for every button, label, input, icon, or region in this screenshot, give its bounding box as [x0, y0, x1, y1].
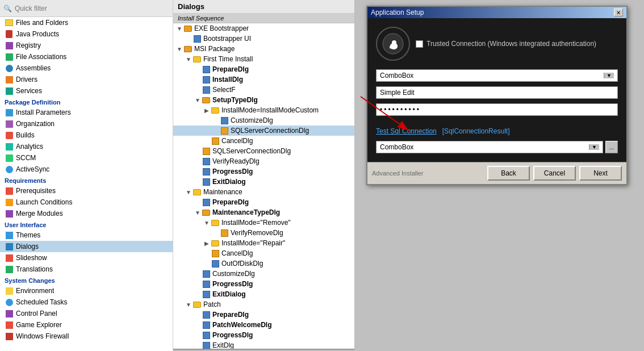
tree-node[interactable]: ▼Maintenance [173, 187, 354, 197]
dialog-icon [202, 167, 211, 176]
tree-node[interactable]: ▼MaintenanceTypeDlg [173, 207, 354, 218]
tree-node[interactable]: SQLServerConnectionDlg [173, 146, 354, 156]
sidebar-item-analytics[interactable]: Analytics [0, 141, 173, 152]
ellipsis-button[interactable]: ... [605, 141, 618, 153]
sidebar-item-sccm[interactable]: SCCM [0, 152, 173, 164]
sidebar-label: Control Panel [16, 310, 57, 317]
tree-expander[interactable]: ▼ [194, 97, 202, 103]
combobox2[interactable]: ComboBox ▼ [376, 141, 603, 153]
tree-node[interactable]: ▼Patch [173, 299, 354, 310]
sidebar-item-scheduled[interactable]: Scheduled Tasks [0, 296, 173, 308]
sidebar-item-themes[interactable]: Themes [0, 229, 173, 241]
sidebar-item-control[interactable]: Control Panel [0, 308, 173, 319]
tree-node[interactable]: ▶InstallMode=InstallModeCustom [173, 105, 354, 115]
sidebar-item-java[interactable]: Java Products [0, 28, 173, 40]
test-sql-connection-link[interactable]: Test Sql Connection [376, 127, 437, 135]
tree-node-label: MaintenanceTypeDlg [212, 208, 280, 216]
sidebar-item-slideshow[interactable]: Slideshow [0, 252, 173, 264]
sidebar-item-game[interactable]: Game Explorer [0, 319, 173, 331]
tree-node[interactable]: ExitDialog [173, 289, 354, 299]
sidebar-item-drivers[interactable]: Drivers [0, 74, 173, 85]
tree-node[interactable]: CancelDlg [173, 248, 354, 258]
tree-expander[interactable]: ▼ [175, 46, 183, 52]
tree-node[interactable]: ProgressDlg [173, 166, 354, 177]
sidebar-item-files[interactable]: Files and Folders [0, 17, 173, 28]
tree-expander[interactable]: ▼ [175, 26, 183, 32]
tree-node[interactable]: VerifyReadyDlg [173, 156, 354, 166]
tree-node[interactable]: CancelDlg [173, 136, 354, 146]
tree-node[interactable]: PatchWelcomeDlg [173, 320, 354, 330]
tree-node[interactable]: VerifyRemoveDlg [173, 228, 354, 238]
dialog-body: Trusted Connection (Windows integrated a… [367, 18, 626, 162]
tree-node[interactable]: ▼First Time Install [173, 54, 354, 64]
tree-node[interactable]: ProgressDlg [173, 279, 354, 289]
tree-node-label: Bootstrapper UI [203, 35, 251, 43]
tree-expander[interactable]: ▼ [185, 189, 193, 195]
analytics-icon [5, 142, 14, 151]
tree-node[interactable]: ▼SetupTypeDlg [173, 95, 354, 105]
tree-expander[interactable]: ▼ [185, 56, 193, 62]
sidebar-item-fileassoc[interactable]: File Associations [0, 51, 173, 62]
sidebar-item-services[interactable]: Services [0, 85, 173, 97]
next-button[interactable]: Next [579, 166, 622, 181]
tree-node[interactable]: PrepareDlg [173, 197, 354, 207]
tree-node[interactable]: OutOfDiskDlg [173, 258, 354, 269]
tree-node[interactable]: ▼MSI Package [173, 44, 354, 54]
sidebar-item-launch[interactable]: Launch Conditions [0, 197, 173, 208]
tree-node[interactable]: CustomizeDlg [173, 115, 354, 126]
dialog-logo-area: Trusted Connection (Windows integrated a… [376, 27, 618, 61]
tree-expander[interactable]: ▼ [185, 302, 193, 308]
cancel-button[interactable]: Cancel [533, 166, 576, 181]
scheduled-icon [5, 298, 14, 307]
quick-filter-input[interactable] [15, 5, 169, 12]
tree-node[interactable]: ▶InstallMode="Repair" [173, 238, 354, 248]
dialog-close-button[interactable]: ✕ [614, 9, 623, 16]
tree-node[interactable]: ▼InstallMode="Remove" [173, 218, 354, 228]
tree-node-label: CancelDlg [221, 137, 253, 145]
tree-expander[interactable]: ▼ [203, 220, 211, 226]
tree-node[interactable]: ExitDlg [173, 340, 354, 349]
tree-expander[interactable]: ▼ [194, 210, 202, 216]
sidebar-item-translations[interactable]: Translations [0, 264, 173, 275]
sidebar-item-environment[interactable]: Environment [0, 285, 173, 296]
sidebar-item-builds[interactable]: Builds [0, 129, 173, 141]
sidebar-item-dialogs[interactable]: Dialogs [0, 241, 173, 252]
tree-node-label: PrepareDlg [212, 311, 249, 319]
sidebar-item-merge[interactable]: Merge Modules [0, 208, 173, 219]
dialog-orange-icon [211, 136, 220, 145]
tree-node-label: First Time Install [203, 55, 253, 63]
installparams-icon [5, 108, 14, 117]
tree-node[interactable]: PrepareDlg [173, 64, 354, 74]
combobox1-arrow: ▼ [604, 73, 614, 78]
tree-node[interactable]: SQLServerConnectionDlg [173, 126, 354, 136]
combobox1[interactable]: ComboBox ▼ [376, 69, 618, 82]
back-button[interactable]: Back [487, 166, 530, 181]
sidebar-item-activesync[interactable]: ActiveSync [0, 164, 173, 175]
sidebar-item-assemblies[interactable]: Assemblies [0, 62, 173, 74]
sidebar-item-prereq[interactable]: Prerequisites [0, 185, 173, 197]
tree-node-label: InstallDlg [212, 76, 243, 83]
tree-node[interactable]: SelectF [173, 85, 354, 95]
simple-edit-field[interactable]: Simple Edit [376, 86, 618, 99]
tree-node-label: ProgressDlg [212, 168, 253, 176]
sidebar-item-registry[interactable]: Registry [0, 40, 173, 51]
sidebar-item-org[interactable]: Organization [0, 118, 173, 129]
tree-node[interactable]: ▼EXE Bootstrapper [173, 23, 354, 34]
app-logo [376, 27, 410, 61]
tree-node[interactable]: ProgressDlg [173, 330, 354, 340]
tree-node[interactable]: InstallDlg [173, 74, 354, 85]
tree-node[interactable]: Bootstrapper UI [173, 34, 354, 44]
tree-node[interactable]: ExitDialog [173, 177, 354, 187]
tree-node[interactable]: PrepareDlg [173, 310, 354, 320]
tree-expander[interactable]: ▶ [203, 240, 211, 246]
combobox2-value: ComboBox [380, 143, 413, 151]
trusted-connection-checkbox[interactable] [416, 40, 423, 48]
environment-icon [5, 286, 14, 295]
folder-yellow-icon [193, 187, 202, 197]
password-field[interactable]: •••••••••• [376, 103, 618, 116]
sidebar-item-installparams[interactable]: Install Parameters [0, 107, 173, 118]
tree-node[interactable]: CustomizeDlg [173, 269, 354, 279]
tree-expander[interactable]: ▶ [203, 107, 211, 114]
sql-connection-result: [SqlConnectionResult] [442, 127, 510, 135]
sidebar-item-firewall[interactable]: Windows Firewall [0, 331, 173, 342]
